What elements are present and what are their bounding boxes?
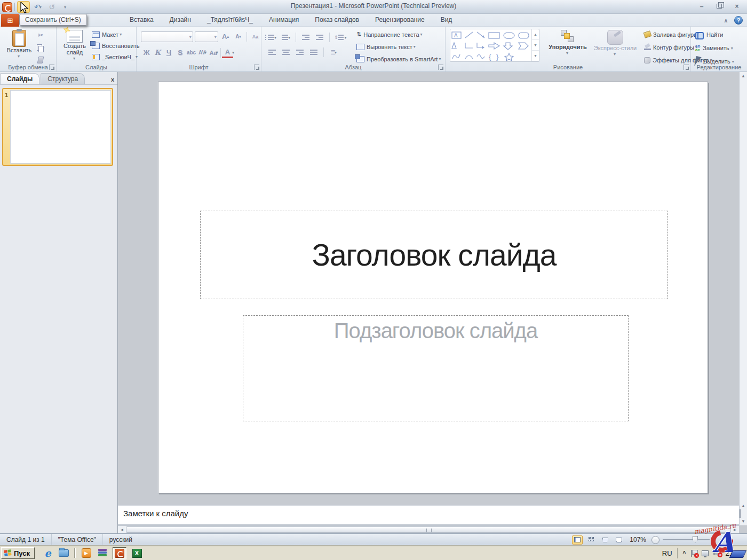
tray-chevron-icon[interactable]: ^: [683, 550, 686, 556]
view-sorter-button[interactable]: [586, 535, 597, 545]
volume-muted-icon[interactable]: ×: [713, 550, 720, 556]
status-language[interactable]: русский: [103, 534, 139, 546]
slide-thumbnail-selected[interactable]: 1: [2, 88, 113, 166]
tab-animations[interactable]: Анимация: [261, 14, 307, 27]
excel-taskbar-button[interactable]: X: [131, 548, 142, 559]
scroll-left-button[interactable]: ◄: [118, 526, 126, 533]
title-placeholder[interactable]: Заголовок слайда: [200, 211, 668, 299]
slide-nav-box[interactable]: [740, 509, 741, 518]
arrange-button[interactable]: Упорядочить ▾: [545, 28, 591, 63]
italic-button[interactable]: К: [152, 47, 163, 58]
shapes-gallery[interactable]: A {: [450, 29, 539, 62]
panel-close-button[interactable]: x: [111, 76, 114, 83]
subtitle-placeholder[interactable]: Подзаголовок слайда: [243, 315, 629, 421]
minimize-button[interactable]: –: [695, 2, 709, 11]
view-reading-button[interactable]: [614, 535, 624, 545]
vertical-scrollbar[interactable]: ▲ ▲ ▼: [739, 72, 747, 525]
file-tab[interactable]: ⊞: [1, 14, 19, 27]
slide-canvas[interactable]: Заголовок слайда Подзаголовок слайда: [158, 82, 708, 493]
quick-styles-button[interactable]: Экспресс-стили ▾: [591, 28, 640, 63]
justify-button[interactable]: [308, 47, 319, 58]
zoom-slider-thumb[interactable]: [693, 536, 698, 543]
scroll-up-button[interactable]: ▲: [740, 72, 747, 80]
restore-button[interactable]: [712, 2, 726, 11]
line-spacing-button[interactable]: ⇕▾: [334, 32, 347, 43]
tray-clock[interactable]: 21:07: [725, 549, 743, 557]
decrease-indent-button[interactable]: [300, 32, 311, 43]
previous-slide-button[interactable]: ▲: [740, 502, 747, 510]
bold-button[interactable]: Ж: [141, 47, 152, 58]
paste-button[interactable]: Вставить ▾: [4, 28, 34, 63]
powerpoint-taskbar-button[interactable]: [113, 547, 126, 559]
find-button[interactable]: Найти: [695, 29, 734, 41]
reset-button[interactable]: Восстановить: [92, 40, 139, 51]
notes-pane[interactable]: Заметки к слайду: [118, 505, 739, 525]
winrar-icon[interactable]: [97, 548, 108, 559]
paragraph-dialog-launcher[interactable]: [438, 65, 443, 70]
internet-explorer-icon[interactable]: e: [42, 548, 53, 559]
view-normal-button[interactable]: [572, 535, 583, 545]
font-name-combo[interactable]: ▾: [141, 31, 193, 42]
bullets-button[interactable]: ▾: [267, 32, 277, 43]
status-theme[interactable]: "Тема Office": [52, 534, 103, 546]
underline-button[interactable]: Ч: [163, 47, 174, 58]
zoom-out-button[interactable]: −: [651, 536, 659, 544]
convert-smartart-button[interactable]: Преобразовать в SmartArt▾: [356, 53, 441, 65]
shapes-scrollbar[interactable]: ▲ ▼ ▼: [531, 29, 539, 61]
status-bar: Слайд 1 из 1 "Тема Office" русский 107% …: [0, 533, 747, 546]
tab-slides[interactable]: Слайды: [0, 73, 39, 84]
align-right-button[interactable]: [295, 47, 305, 58]
zoom-slider[interactable]: [663, 539, 710, 540]
section-button[interactable]: _SестїюиЧ_▾: [92, 51, 139, 62]
change-case-button[interactable]: Aa▾: [208, 47, 219, 58]
layout-button[interactable]: Макет▾: [92, 29, 139, 40]
align-left-button[interactable]: [267, 47, 277, 58]
tab-review[interactable]: Рецензирование: [367, 14, 433, 27]
next-slide-button[interactable]: ▼: [740, 517, 747, 525]
tab-view[interactable]: Вид: [433, 14, 460, 27]
collapse-ribbon-button[interactable]: ∧: [724, 18, 728, 23]
tab-transitions[interactable]: _Тядлsїтї6йsЧ_: [199, 14, 261, 27]
media-player-icon[interactable]: ▶: [81, 548, 92, 559]
shrink-font-button[interactable]: A▾: [233, 31, 244, 42]
character-spacing-button[interactable]: AV▾: [197, 47, 208, 58]
drawing-dialog-launcher[interactable]: [684, 65, 689, 70]
start-button[interactable]: Пуск: [1, 547, 35, 559]
numbering-button[interactable]: ▾: [281, 32, 291, 43]
horizontal-scrollbar[interactable]: ◄ ►: [118, 525, 739, 533]
align-center-button[interactable]: [281, 47, 291, 58]
clear-formatting-button[interactable]: Aa: [250, 31, 261, 42]
font-size-combo[interactable]: ▾: [195, 31, 218, 42]
tab-insert[interactable]: Вставка: [122, 14, 162, 27]
format-painter-button[interactable]: [35, 54, 46, 65]
tab-design[interactable]: Дизайн: [162, 14, 199, 27]
language-indicator[interactable]: RU: [662, 549, 672, 557]
text-direction-button[interactable]: ⇅Направление текста▾: [356, 29, 441, 40]
tab-outline[interactable]: Структура: [41, 73, 85, 84]
help-button[interactable]: ?: [734, 16, 743, 25]
scroll-right-button[interactable]: ►: [731, 526, 739, 533]
clipboard-dialog-launcher[interactable]: [49, 65, 54, 70]
strikethrough-button[interactable]: abc: [186, 47, 197, 58]
new-slide-button[interactable]: Создать слайд ▾: [60, 28, 90, 63]
grow-font-button[interactable]: A▴: [220, 31, 231, 42]
close-button[interactable]: ×: [730, 2, 744, 11]
horizontal-scroll-thumb[interactable]: [126, 526, 731, 533]
security-alert-icon[interactable]: ×: [690, 550, 697, 557]
tab-slideshow[interactable]: Показ слайдов: [307, 14, 367, 27]
status-slide-info[interactable]: Слайд 1 из 1: [0, 534, 52, 546]
replace-button[interactable]: abacЗаменить▾: [695, 42, 734, 54]
increase-indent-button[interactable]: [314, 32, 325, 43]
columns-button[interactable]: ≣▾: [328, 47, 339, 58]
text-shadow-button[interactable]: S: [174, 47, 186, 58]
align-text-button[interactable]: Выровнять текст▾: [356, 41, 441, 52]
cut-button[interactable]: ✂: [35, 30, 46, 41]
paste-icon: [12, 30, 26, 47]
copy-button[interactable]: ▾: [35, 42, 46, 53]
font-dialog-launcher[interactable]: [254, 65, 259, 70]
font-color-button[interactable]: A: [222, 47, 233, 58]
network-icon[interactable]: [702, 550, 709, 556]
explorer-folder-icon[interactable]: [58, 548, 69, 559]
zoom-level[interactable]: 107%: [630, 536, 646, 543]
view-slideshow-button[interactable]: [600, 535, 610, 545]
